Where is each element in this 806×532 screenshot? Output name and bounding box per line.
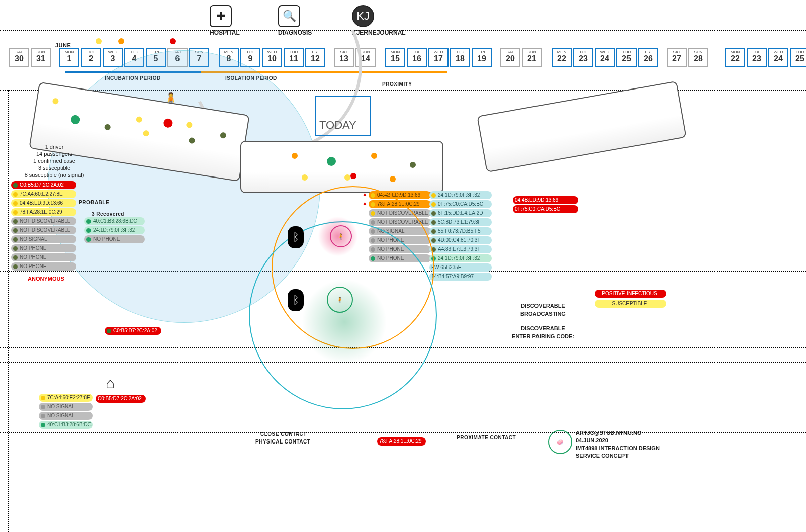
probable-label: PROBABLE bbox=[79, 200, 109, 205]
device-tag: 04:4B:ED:9D:13:66 bbox=[11, 199, 76, 207]
bluetooth-icon: ᛒ bbox=[288, 226, 304, 248]
proximity-label: PROXIMITY bbox=[382, 81, 412, 87]
calendar-day: SUN21 bbox=[522, 48, 542, 67]
device-tag: NO PHONE bbox=[11, 253, 76, 261]
bus-summary: 1 driver14 passengers1 confirmed case3 s… bbox=[19, 143, 89, 179]
calendar-day: MON22 bbox=[552, 48, 572, 67]
calendar-day: THU18 bbox=[450, 48, 470, 67]
device-tag: C0:B5:D7:2C:2A:02 bbox=[96, 395, 146, 403]
device-tag: NO PHONE bbox=[11, 262, 76, 271]
device-tag: 5C:8D:73:E1:79:3F bbox=[429, 218, 492, 226]
author-icon: 🧼 bbox=[548, 430, 572, 454]
legend-text: DISCOVERABLEENTER PAIRING CODE: bbox=[503, 324, 583, 340]
device-tag: 04:4B:ED:9D:13:66 bbox=[513, 196, 578, 204]
calendar-day: TUE23 bbox=[747, 48, 767, 67]
proximate-contact-label: PROXIMATE CONTACT bbox=[457, 435, 516, 440]
device-tag: C0:B5:D7:2C:2A:02 bbox=[11, 181, 76, 189]
legend-text: DISCOVERABLEBROADCASTING bbox=[508, 302, 578, 318]
calendar-day: MON22 bbox=[725, 48, 745, 67]
calendar-day: SAT20 bbox=[500, 48, 520, 67]
calendar-day: THU25 bbox=[790, 48, 806, 67]
symptom-dot bbox=[96, 38, 102, 44]
device-tag: A4:83:E7:E3:79:3F bbox=[429, 245, 492, 253]
bus-3 bbox=[477, 81, 687, 172]
device-tag: 24:1D:79:0F:3F:32 bbox=[84, 226, 145, 234]
anonymous-label: ANONYMOUS bbox=[28, 276, 64, 282]
symptom-dot bbox=[170, 38, 176, 44]
calendar-day: FRI19 bbox=[472, 48, 492, 67]
calendar-day: THU25 bbox=[616, 48, 637, 67]
calendar-day: TUE16 bbox=[407, 48, 427, 67]
device-tag: 24:1D:79:0F:3F:32 bbox=[429, 254, 492, 262]
footer-device-list: 7C:A4:60:E2:27:8ENO SIGNALNO SIGNAL40:C1… bbox=[39, 394, 93, 430]
device-tag: NO SIGNAL bbox=[11, 235, 76, 243]
device-tag: FW 65B235F bbox=[429, 263, 492, 272]
close-contact-label: CLOSE CONTACT bbox=[260, 431, 307, 437]
device-tag: NO SIGNAL bbox=[39, 403, 93, 411]
bluetooth-icon: ᛒ bbox=[288, 289, 304, 311]
person-pink-icon: 🧍 bbox=[330, 225, 352, 247]
physical-contact-label: PHYSICAL CONTACT bbox=[255, 439, 310, 445]
device-tag: 7C:A4:60:E2:27:8E bbox=[11, 190, 76, 198]
device-tag: 55:F0:73:7D:B5:F5 bbox=[429, 227, 492, 235]
calendar-day: MON1 bbox=[59, 48, 79, 67]
right-red-list: 04:4B:ED:9D:13:660F:75:C0:CA:D5:BC bbox=[513, 196, 578, 214]
legend-positive: POSITIVE INFECTIOUS bbox=[595, 290, 666, 298]
device-tag: 0F:75:C0:CA:D5:BC bbox=[513, 205, 578, 213]
device-tag: 0F:75:C0:CA:D5:BC bbox=[429, 200, 492, 208]
device-tag: 24:1D:79:0F:3F:32 bbox=[429, 191, 492, 199]
device-tag: 14:B4:57:A9:B9:97 bbox=[429, 273, 492, 281]
calendar-day: WED24 bbox=[768, 48, 788, 67]
device-tag: C0:B5:D7:2C:2A:02 bbox=[105, 327, 161, 335]
device-tag: 78:FA:28:1E:0C:29 bbox=[377, 437, 426, 446]
calendar-day: SUN28 bbox=[688, 48, 708, 67]
symptom-dot bbox=[118, 38, 124, 44]
calendar-day: WED17 bbox=[428, 48, 449, 67]
device-tag: NOT DISCOVERABLE bbox=[11, 226, 76, 234]
calendar-day: WED24 bbox=[595, 48, 615, 67]
calendar-day: SAT30 bbox=[9, 48, 29, 67]
cyan-device-list: 24:1D:79:0F:3F:320F:75:C0:CA:D5:BC6F:15:… bbox=[429, 191, 492, 282]
device-tag: 7C:A4:60:E2:27:8E bbox=[39, 394, 93, 402]
device-tag: 40:C1:B3:28:6B:DC bbox=[39, 421, 93, 429]
person-green-icon: 🧍 bbox=[327, 287, 353, 313]
today-box: TODAY bbox=[315, 96, 371, 136]
left-device-list: C0:B5:D7:2C:2A:027C:A4:60:E2:27:8E04:4B:… bbox=[11, 181, 76, 272]
footer-meta: ARTJC@STUD.NTNU.NO04.JUN.2020IMT4898 INT… bbox=[576, 429, 660, 460]
device-tag: 6F:15:DD:E4:EA:2D bbox=[429, 209, 492, 217]
calendar-day: SAT27 bbox=[667, 48, 687, 67]
legend-susceptible: SUSCEPTIBLE bbox=[595, 300, 666, 308]
recovered-device-list: 40:C1:B3:28:6B:DC24:1D:79:0F:3F:32NO PHO… bbox=[84, 217, 145, 244]
calendar-day: WED3 bbox=[103, 48, 123, 67]
bus-2 bbox=[240, 141, 443, 193]
calendar-day: TUE23 bbox=[573, 48, 593, 67]
device-tag: 40:C1:B3:28:6B:DC bbox=[84, 217, 145, 225]
device-tag: NOT DISCOVERABLE bbox=[11, 217, 76, 225]
calendar-day: SUN31 bbox=[31, 48, 51, 67]
house-icon: ⌂ bbox=[106, 375, 115, 392]
calendar-day: FRI26 bbox=[638, 48, 658, 67]
calendar-day: TUE2 bbox=[81, 48, 101, 67]
device-tag: NO PHONE bbox=[11, 244, 76, 252]
kjernejournal-icon: KJKJERNEJOURNAL bbox=[352, 5, 406, 36]
device-tag: 78:FA:28:1E:0C:29 bbox=[11, 208, 76, 216]
device-tag: 4D:00:C4:81:70:3F bbox=[429, 236, 492, 244]
recovered-label: 3 Recovered bbox=[92, 211, 124, 217]
device-tag: NO PHONE bbox=[84, 235, 145, 243]
calendar-day: MON15 bbox=[385, 48, 405, 67]
device-tag: NO SIGNAL bbox=[39, 412, 93, 420]
